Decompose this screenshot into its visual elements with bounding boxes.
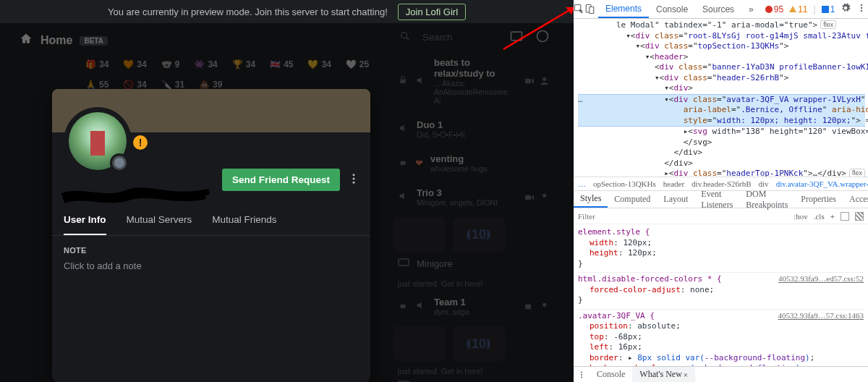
device-toggle-icon[interactable] [584, 0, 595, 18]
tab-dom-breakpoints[interactable]: DOM Breakpoints [739, 191, 794, 208]
info-count[interactable]: 1 [822, 4, 835, 14]
tab-layout[interactable]: Layout [657, 191, 694, 208]
profile-tabs: User Info Mutual Servers Mutual Friends [52, 201, 370, 235]
settings-icon[interactable] [841, 3, 851, 15]
drawer-tab-whatsnew[interactable]: What's New× [632, 367, 695, 382]
warning-badge: ! [133, 135, 148, 150]
svg-point-24 [861, 7, 862, 9]
tab-event-listeners[interactable]: Event Listeners [694, 191, 739, 208]
redacted-username [61, 186, 213, 203]
dom-tree[interactable]: le Modal" tabindex="-1" aria-modal="true… [574, 19, 868, 177]
drawer-tab-console[interactable]: Console [590, 367, 632, 382]
svg-point-17 [353, 174, 355, 176]
styles-pane[interactable]: element.style { width: 120px; height: 12… [574, 224, 868, 366]
styles-tabbar: Styles Computed Layout Event Listeners D… [574, 191, 868, 208]
tab-sources[interactable]: Sources [695, 0, 741, 18]
preview-bar: You are currently in preview mode. Join … [0, 0, 574, 23]
preview-text: You are currently in preview mode. Join … [108, 7, 388, 17]
tab-mutual-friends[interactable]: Mutual Friends [212, 214, 276, 235]
inspect-element-icon[interactable] [574, 0, 584, 18]
svg-point-25 [861, 10, 862, 12]
tab-elements[interactable]: Elements [598, 0, 649, 18]
tab-properties[interactable]: Properties [794, 191, 843, 208]
tab-styles[interactable]: Styles [574, 191, 608, 208]
kebab-icon[interactable] [856, 3, 867, 15]
cls-toggle[interactable]: .cls [814, 212, 825, 221]
status-offline-icon [110, 153, 129, 172]
error-count[interactable]: 95 [765, 4, 783, 14]
svg-point-19 [353, 181, 355, 183]
svg-point-28 [581, 376, 582, 378]
kebab-icon[interactable] [574, 370, 590, 379]
new-rule-button[interactable]: + [830, 212, 835, 221]
user-profile-modal: ! Send Friend Request User Info Mutual S… [52, 89, 370, 382]
svg-point-18 [353, 177, 355, 179]
svg-point-27 [581, 374, 582, 375]
svg-line-15 [503, 7, 574, 49]
devtools-drawer: Console What's New× [574, 366, 868, 382]
tab-user-info[interactable]: User Info [64, 214, 106, 235]
tab-accessibility[interactable]: Accessibility [843, 191, 868, 208]
svg-rect-22 [590, 7, 594, 14]
note-input[interactable]: Click to add a note [64, 260, 359, 271]
tab-console[interactable]: Console [649, 0, 695, 18]
toggle-box-icon[interactable] [841, 212, 849, 221]
svg-point-23 [861, 4, 862, 6]
tab-mutual-servers[interactable]: Mutual Servers [127, 214, 192, 235]
tab-computed[interactable]: Computed [608, 191, 657, 208]
avatar[interactable] [64, 107, 132, 175]
devtools-panel: Elements Console Sources » 95 11 | 1 le … [574, 0, 868, 382]
annotation-arrow [502, 1, 574, 52]
send-friend-request-button[interactable]: Send Friend Request [222, 169, 340, 191]
tab-more[interactable]: » [741, 0, 761, 18]
join-server-button[interactable]: Join Lofi Girl [398, 4, 466, 20]
note-heading: NOTE [64, 246, 359, 255]
devtools-tabbar: Elements Console Sources » 95 11 | 1 [574, 0, 868, 19]
more-options-button[interactable] [347, 172, 360, 188]
close-icon[interactable]: × [684, 370, 688, 379]
css-source-link[interactable]: 40532.93fa9…ed57.css:52 [778, 274, 864, 283]
svg-point-26 [581, 371, 582, 373]
toggle-box-icon[interactable] [855, 212, 864, 221]
warning-count[interactable]: 11 [789, 4, 807, 14]
hov-toggle[interactable]: :hov [793, 212, 808, 221]
styles-filter-input[interactable] [574, 212, 789, 221]
css-source-link[interactable]: 40532.93fa9…57.css:1463 [778, 311, 864, 320]
selected-dom-node[interactable]: … ▾<div class="avatar-3QF_VA wrapper-1VL… [578, 94, 865, 127]
